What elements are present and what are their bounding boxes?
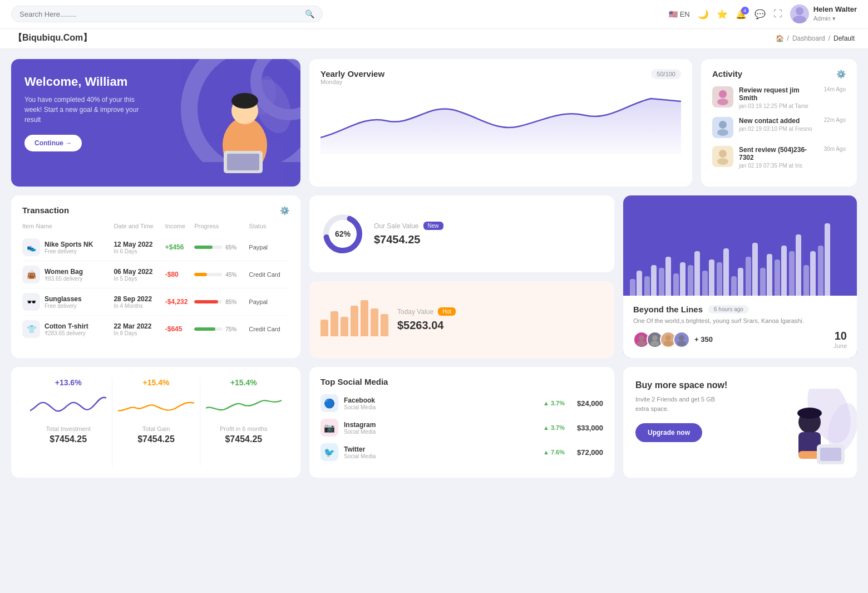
activity-card: Activity ⚙️ Review request jim Smith jan… [701,59,857,187]
yearly-chart [320,87,681,154]
star-icon[interactable]: ⭐ [717,9,728,19]
continue-button[interactable]: Continue → [24,135,82,151]
activity-time-2: 22m Ago [824,117,846,123]
beyond-date: 10 June [834,330,847,349]
user-role: Admin ▾ [813,14,857,22]
today-bar [341,317,348,336]
activity-thumb-2 [712,117,733,138]
notification-badge: 4 [741,7,749,14]
sale-donut: 62% [320,212,365,256]
user-avatar [790,4,809,23]
col-income: Income [165,223,195,234]
beyond-card: Beyond the Lines 6 hours ago One Of the … [623,195,857,358]
svg-point-15 [717,129,728,136]
table-row: 👟 Nike Sports NK Free delivery 12 May 20… [22,234,289,261]
main-content: Welcome, William You have completed 40% … [0,49,868,488]
sale-value-num: $7454.25 [374,233,443,246]
beyond-content: Beyond the Lines 6 hours ago One Of the … [623,296,857,358]
today-bar [351,306,358,336]
search-bar[interactable]: 🔍 [11,6,323,22]
beyond-bar [651,265,657,296]
beyond-bar [746,257,751,296]
breadcrumb-dashboard[interactable]: Dashboard [792,35,825,42]
yearly-subtitle: Monday [320,79,384,85]
beyond-bar-group [644,265,657,296]
activity-item-3: Sent review (504)236-7302 jan 02 19 07:3… [712,146,846,169]
search-icon: 🔍 [305,9,314,18]
activity-settings-icon[interactable]: ⚙️ [836,70,846,79]
social-item-0: 🔵 Facebook Social Media ▲ 3.7% $24,000 [320,394,603,412]
svg-point-0 [796,7,803,15]
beyond-time: 6 hours ago [708,305,749,313]
welcome-description: You have completed 40% of your this week… [24,95,147,125]
svg-rect-10 [227,154,259,170]
activity-thumb-3 [712,146,733,167]
beyond-bar-group [659,257,671,296]
breadcrumb-bar: 【Biqubiqu.Com】 🏠 / Dashboard / Default [0,28,868,49]
svg-point-1 [793,16,806,23]
activity-header: Activity ⚙️ [712,69,846,79]
beyond-bar [818,246,823,296]
welcome-card: Welcome, William You have completed 40% … [11,59,300,187]
beyond-bar-group [746,243,758,296]
today-bar [331,311,338,336]
today-badge: Hot [438,307,456,316]
table-row: 🕶️ Sunglasses Free delivery 28 Sep 2022 … [22,288,289,316]
beyond-avatars-wrap: + 350 [633,331,713,348]
home-icon[interactable]: 🏠 [776,35,784,42]
stat-item-1: +15.4% Total Gain $7454.25 [112,378,199,467]
notification-icon[interactable]: 🔔 4 [736,9,747,19]
social-item-1: 📷 Instagram Social Media ▲ 3.7% $33,000 [320,419,603,437]
dark-mode-icon[interactable]: 🌙 [698,9,709,19]
activity-thumb-1 [712,86,733,107]
beyond-bar [825,223,830,296]
beyond-bar-group [775,246,787,296]
expand-icon[interactable]: ⛶ [773,9,782,19]
beyond-bar [781,246,787,296]
stat-item-0: +13.6% Total Investment $7454.25 [24,378,112,467]
breadcrumb: 🏠 / Dashboard / Default [776,35,855,42]
language-selector[interactable]: 🇺🇸 EN [669,10,690,18]
beyond-bar [731,276,737,296]
beyond-bar [688,265,693,296]
row2: Transaction ⚙️ Item Name Date and Time I… [11,195,857,358]
transaction-settings-icon[interactable]: ⚙️ [280,206,289,215]
beyond-bar [717,262,722,296]
beyond-bar-group [717,248,729,296]
user-menu[interactable]: Helen Walter Admin ▾ [790,4,857,23]
social-media-card: Top Social Media 🔵 Facebook Social Media… [309,367,614,478]
col-date: Date and Time [114,223,165,234]
svg-point-8 [231,93,258,109]
upgrade-button[interactable]: Upgrade now [635,423,702,442]
today-info: Today Value Hot $5263.04 [397,307,456,332]
sale-col: 62% Our Sale Value New $7454.25 Today Va… [309,195,614,358]
beyond-plus-count: + 350 [694,335,713,344]
col-item: Item Name [22,223,114,234]
buyspace-illustration [757,389,857,478]
header-right: 🇺🇸 EN 🌙 ⭐ 🔔 4 💬 ⛶ Helen Walter Admin ▾ [669,4,857,23]
stat-item-2: +15.4% Profit in 6 months $7454.25 [200,378,287,467]
flag-icon: 🇺🇸 [669,10,678,18]
svg-point-31 [797,408,822,419]
chat-icon[interactable]: 💬 [754,9,766,19]
beyond-bar [630,279,635,296]
beyond-title: Beyond the Lines [633,305,703,314]
today-bar-chart [320,303,388,336]
beyond-bar [752,243,758,296]
stats-card: +13.6% Total Investment $7454.25 +15.4% … [11,367,300,478]
svg-point-12 [719,90,727,98]
svg-point-20 [639,335,644,341]
beyond-bar-group [630,271,642,296]
breadcrumb-default: Default [834,35,855,42]
beyond-bar [760,268,766,296]
activity-info-1: Review request jim Smith jan 03 19 12:25… [739,86,818,109]
activity-time-3: 30m Ago [824,146,846,152]
beyond-bar-group [688,251,700,296]
beyond-description: One Of the world,s brightest, young surf… [633,317,847,324]
brand-logo: 【Biqubiqu.Com】 [13,32,92,44]
beyond-bar [637,271,642,296]
transaction-card: Transaction ⚙️ Item Name Date and Time I… [11,195,300,358]
beyond-bar-group [673,262,685,296]
yearly-title: Yearly Overview [320,69,384,79]
search-input[interactable] [19,10,305,18]
